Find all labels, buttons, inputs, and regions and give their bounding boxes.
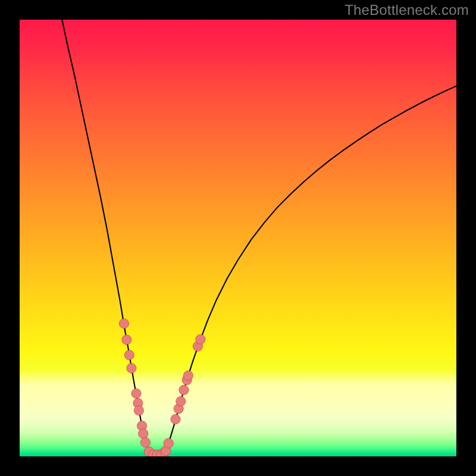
data-point — [122, 335, 131, 345]
data-point — [139, 429, 148, 439]
data-point — [176, 396, 186, 406]
data-point — [171, 414, 180, 424]
chart-overlay — [20, 20, 456, 456]
data-point — [131, 389, 141, 398]
chart-plot-area — [20, 20, 456, 456]
data-point — [134, 406, 143, 415]
data-point — [183, 371, 193, 380]
data-point — [140, 437, 150, 447]
data-point — [164, 439, 173, 448]
bottleneck-curve — [62, 20, 456, 455]
data-point — [179, 385, 189, 394]
chart-frame: TheBottleneck.com — [0, 0, 476, 476]
data-points-group — [119, 319, 205, 456]
data-point — [119, 319, 129, 328]
watermark-text: TheBottleneck.com — [345, 2, 469, 18]
data-point — [124, 350, 134, 360]
data-point — [196, 334, 205, 344]
data-point — [127, 364, 136, 373]
